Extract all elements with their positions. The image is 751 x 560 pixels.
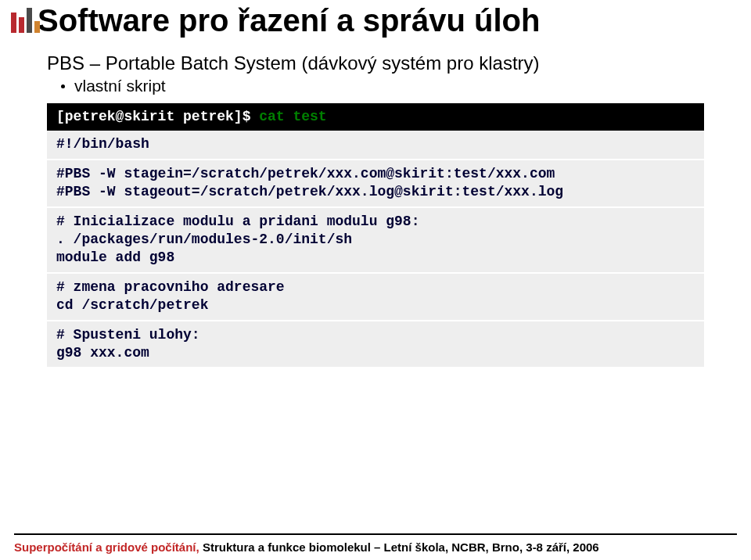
bullet-text: vlastní skript [74,77,166,95]
logo-bar [27,8,32,33]
code-text: #!/bin/bash [56,136,149,152]
script-run-block: # Spusteni ulohy: g98 xxx.com [47,321,704,368]
bullet-dot-icon [61,84,65,88]
footer-segment-black: Struktura a funkce biomolekul – Letní šk… [203,540,599,554]
logo-bar [19,17,24,33]
footer-text: Superpočítání a gridové počítání, Strukt… [14,540,599,554]
code-text: module add g98 [56,249,695,267]
slide-body: PBS – Portable Batch System (dávkový sys… [0,52,751,367]
logo-bar [34,21,40,33]
code-text: . /packages/run/modules-2.0/init/sh [56,231,695,249]
terminal-prompt: [petrek@skirit petrek]$ [56,109,259,124]
bullet-item: vlastní skript [61,77,713,95]
code-group: [petrek@skirit petrek]$ cat test #!/bin/… [47,103,704,367]
slide-title: Software pro řazení a správu úloh [0,0,751,38]
footer-segment-red: Superpočítání a gridové počítání, [14,540,203,554]
terminal-line: [petrek@skirit petrek]$ cat test [47,103,704,131]
code-comment: # zmena pracovniho adresare [56,278,695,296]
code-comment: # Inicializace modulu a pridani modulu g… [56,213,695,231]
terminal-command: cat test [259,109,326,124]
script-shebang: #!/bin/bash [47,131,704,158]
script-cd-block: # zmena pracovniho adresare cd /scratch/… [47,274,704,320]
footer-divider [14,533,737,535]
code-text: #PBS -W stageout=/scratch/petrek/xxx.log… [56,183,695,201]
code-text: g98 xxx.com [56,344,695,362]
code-text: #PBS -W stagein=/scratch/petrek/xxx.com@… [56,165,695,183]
subtitle: PBS – Portable Batch System (dávkový sys… [47,52,713,74]
logo [11,8,40,33]
script-pbs-directives: #PBS -W stagein=/scratch/petrek/xxx.com@… [47,160,704,206]
script-init-block: # Inicializace modulu a pridani modulu g… [47,208,704,272]
logo-bar [11,13,16,33]
code-text: cd /scratch/petrek [56,296,695,314]
code-comment: # Spusteni ulohy: [56,326,695,344]
